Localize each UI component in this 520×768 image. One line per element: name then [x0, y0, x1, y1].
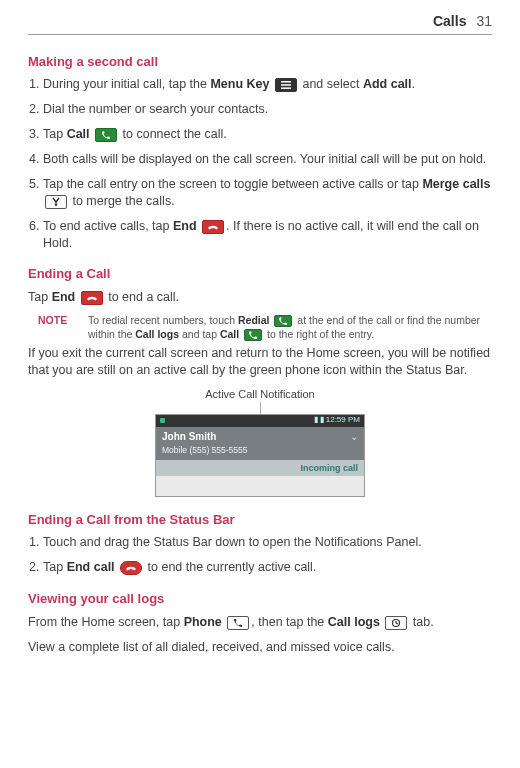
phone-status-bar: ▮ ▮ 12:59 PM	[156, 415, 364, 427]
steps-ending-status-bar: Touch and drag the Status Bar down to op…	[28, 534, 492, 576]
svg-marker-3	[55, 204, 58, 206]
viewing-paragraph: From the Home screen, tap Phone , then t…	[28, 614, 492, 631]
call-icon	[95, 128, 117, 142]
signal-icon: ▮	[314, 415, 318, 426]
chevron-down-icon: ⌄	[350, 430, 358, 444]
svg-rect-2	[281, 88, 291, 90]
phone-frame: ▮ ▮ 12:59 PM ⌄ John Smith Mobile (555) 5…	[155, 414, 365, 497]
merge-calls-icon	[45, 195, 67, 209]
battery-icon: ▮	[320, 415, 324, 426]
phone-figure: Active Call Notification ▮ ▮ 12:59 PM ⌄ …	[155, 387, 365, 497]
step-1: During your initial call, tap the Menu K…	[43, 76, 492, 93]
ending-after-paragraph: If you exit the current call screen and …	[28, 345, 492, 379]
active-call-indicator-icon	[160, 418, 165, 423]
svg-rect-1	[281, 85, 291, 87]
svg-rect-0	[281, 81, 291, 83]
heading-ending-call: Ending a Call	[28, 265, 492, 283]
end-call-icon	[81, 291, 103, 305]
status-step-2: Tap End call to end the currently active…	[43, 559, 492, 576]
redial-call-icon	[274, 315, 292, 327]
viewing-after-paragraph: View a complete list of all dialed, rece…	[28, 639, 492, 656]
menu-key-icon	[275, 78, 297, 92]
note-block: NOTE To redial recent numbers, touch Red…	[38, 314, 492, 341]
caller-name: John Smith	[162, 430, 358, 444]
caller-number: Mobile (555) 555-5555	[162, 445, 248, 455]
note-body: To redial recent numbers, touch Redial a…	[88, 314, 492, 341]
phone-app-icon	[227, 616, 249, 630]
caller-row: ⌄ John Smith Mobile (555) 555-5555	[156, 427, 364, 460]
step-5: Tap the call entry on the screen to togg…	[43, 176, 492, 210]
heading-viewing-call-logs: Viewing your call logs	[28, 590, 492, 608]
steps-making-second-call: During your initial call, tap the Menu K…	[28, 76, 492, 251]
figure-caption: Active Call Notification	[155, 387, 365, 402]
section-title: Calls	[433, 12, 466, 31]
incoming-call-label: Incoming call	[156, 460, 364, 476]
page-number: 31	[476, 12, 492, 31]
call-logs-tab-icon	[385, 616, 407, 630]
step-3: Tap Call to connect the call.	[43, 126, 492, 143]
page-header: Calls 31	[28, 12, 492, 35]
end-call-icon	[202, 220, 224, 234]
heading-making-second-call: Making a second call	[28, 53, 492, 71]
call-icon	[244, 329, 262, 341]
heading-ending-from-status-bar: Ending a Call from the Status Bar	[28, 511, 492, 529]
status-step-1: Touch and drag the Status Bar down to op…	[43, 534, 492, 551]
end-call-round-icon	[120, 561, 142, 575]
step-6: To end active calls, tap End . If there …	[43, 218, 492, 252]
status-time: 12:59 PM	[326, 415, 360, 426]
note-label: NOTE	[38, 314, 76, 341]
ending-call-paragraph: Tap End to end a call.	[28, 289, 492, 306]
step-2: Dial the number or search your contacts.	[43, 101, 492, 118]
step-4: Both calls will be displayed on the call…	[43, 151, 492, 168]
